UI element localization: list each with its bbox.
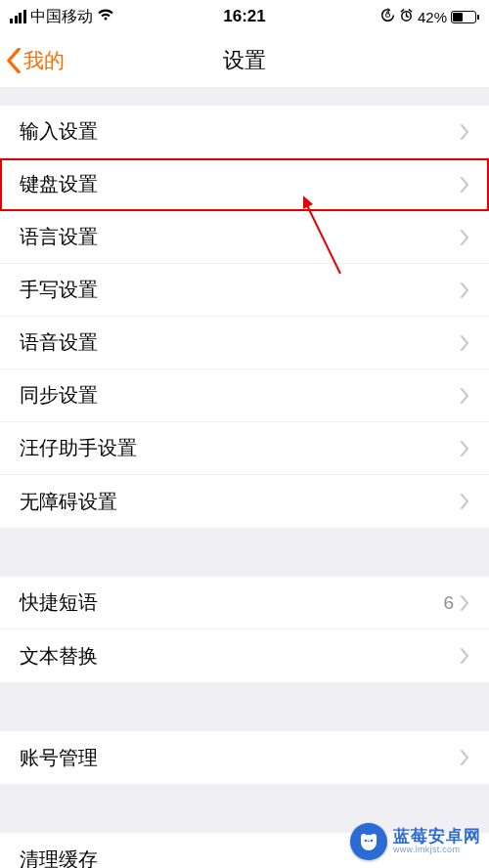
chevron-right-icon	[460, 441, 469, 456]
rotation-lock-icon	[380, 8, 395, 25]
svg-rect-0	[386, 14, 390, 17]
row-input-settings[interactable]: 输入设置	[0, 106, 489, 158]
status-left: 中国移动	[10, 7, 114, 27]
row-keyboard-settings[interactable]: 键盘设置	[0, 158, 489, 211]
page-title: 设置	[223, 46, 266, 75]
row-label: 快捷短语	[20, 589, 443, 616]
section-gap	[0, 682, 489, 731]
chevron-right-icon	[460, 648, 469, 664]
watermark-line2: www.lmkjst.com	[393, 846, 481, 854]
watermark: 蓝莓安卓网 www.lmkjst.com	[350, 823, 481, 860]
wifi-icon	[97, 8, 114, 25]
status-bar: 中国移动 16:21 42%	[0, 0, 489, 33]
chevron-right-icon	[460, 595, 469, 611]
row-label: 键盘设置	[20, 171, 460, 197]
chevron-right-icon	[460, 177, 469, 193]
row-label: 账号管理	[20, 745, 460, 771]
settings-group-3: 账号管理	[0, 731, 489, 784]
status-right: 42%	[380, 8, 479, 25]
carrier-label: 中国移动	[30, 7, 93, 27]
settings-group-1: 输入设置 键盘设置 语言设置 手写设置 语音设置 同步设置 汪仔助手设置 无障	[0, 106, 489, 528]
row-account-management[interactable]: 账号管理	[0, 731, 489, 784]
row-label: 同步设置	[20, 382, 460, 409]
row-label: 输入设置	[20, 118, 460, 145]
row-sync-settings[interactable]: 同步设置	[0, 369, 489, 422]
cellular-signal-icon	[10, 10, 26, 23]
nav-bar: 我的 设置	[0, 33, 489, 88]
svg-point-4	[371, 840, 374, 843]
chevron-left-icon	[6, 48, 22, 73]
row-label: 语音设置	[20, 329, 460, 356]
battery-icon	[451, 11, 479, 23]
chevron-right-icon	[460, 388, 469, 404]
row-label: 手写设置	[20, 277, 460, 303]
alarm-icon	[399, 8, 414, 25]
row-handwriting-settings[interactable]: 手写设置	[0, 264, 489, 317]
watermark-text: 蓝莓安卓网 www.lmkjst.com	[393, 828, 481, 854]
watermark-line1: 蓝莓安卓网	[393, 828, 481, 846]
screen: 中国移动 16:21 42% 我的 设置	[0, 0, 489, 868]
chevron-right-icon	[460, 494, 469, 509]
chevron-right-icon	[460, 282, 469, 298]
row-label: 文本替换	[20, 643, 460, 670]
back-label: 我的	[23, 47, 65, 74]
svg-point-3	[365, 840, 368, 843]
row-label: 语言设置	[20, 224, 460, 250]
chevron-right-icon	[460, 750, 469, 765]
row-wangzai-assistant-settings[interactable]: 汪仔助手设置	[0, 422, 489, 475]
battery-percent: 42%	[418, 9, 447, 25]
clock: 16:21	[223, 7, 265, 26]
row-label: 无障碍设置	[20, 489, 460, 515]
row-accessibility-settings[interactable]: 无障碍设置	[0, 475, 489, 528]
section-gap	[0, 88, 489, 106]
row-quick-phrases[interactable]: 快捷短语 6	[0, 577, 489, 629]
row-language-settings[interactable]: 语言设置	[0, 211, 489, 264]
chevron-right-icon	[460, 124, 469, 140]
chevron-right-icon	[460, 230, 469, 245]
row-label: 汪仔助手设置	[20, 435, 460, 461]
back-button[interactable]: 我的	[0, 47, 65, 74]
section-gap	[0, 528, 489, 577]
svg-point-5	[368, 841, 370, 842]
watermark-logo-icon	[350, 823, 387, 860]
row-voice-settings[interactable]: 语音设置	[0, 317, 489, 369]
row-value: 6	[443, 592, 454, 614]
row-text-replacement[interactable]: 文本替换	[0, 629, 489, 682]
chevron-right-icon	[460, 335, 469, 351]
settings-group-2: 快捷短语 6 文本替换	[0, 577, 489, 682]
